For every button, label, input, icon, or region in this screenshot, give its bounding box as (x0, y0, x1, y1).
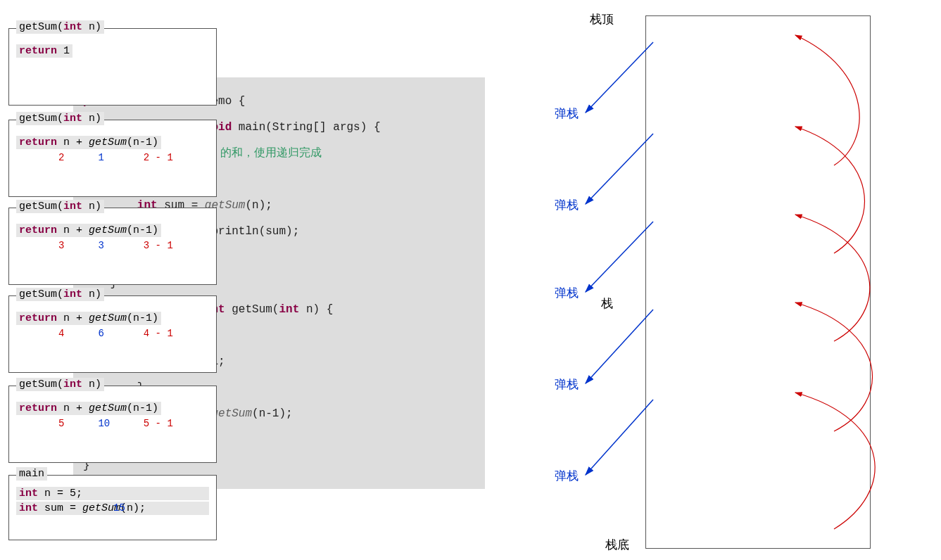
frame-title: getSum(int n) (16, 200, 104, 213)
frame-body: int n = 5; 15 int sum = getSum(n); (9, 476, 216, 519)
frame-body: return n + getSum(n-1) 5 10 5 - 1 (9, 386, 216, 433)
annotation: 5 10 5 - 1 (16, 418, 209, 429)
result-value: 15 (113, 502, 125, 514)
arrow-pop-5 (586, 400, 653, 475)
stack-container (645, 15, 871, 549)
frame-body: return 1 (9, 29, 216, 62)
annotation: 2 1 2 - 1 (16, 152, 209, 163)
arrow-pop-4 (586, 310, 653, 383)
frame-title: getSum(int n) (16, 288, 104, 301)
stack-frame-2: getSum(int n) return n + getSum(n-1) 2 1… (8, 120, 217, 197)
label-stack-bottom: 栈底 (605, 537, 629, 553)
frame-title: getSum(int n) (16, 378, 104, 391)
stack-frame-5: getSum(int n) return n + getSum(n-1) 5 1… (8, 386, 217, 463)
frame-body: return n + getSum(n-1) 3 3 3 - 1 (9, 208, 216, 255)
label-pop-3: 弹栈 (555, 285, 579, 301)
stack-frame-main: main int n = 5; 15 int sum = getSum(n); (8, 475, 217, 540)
frame-body: return n + getSum(n-1) 4 6 4 - 1 (9, 296, 216, 343)
label-pop-2: 弹栈 (555, 197, 579, 213)
stack-frame-4: getSum(int n) return n + getSum(n-1) 4 6… (8, 295, 217, 373)
stack-frame-3: getSum(int n) return n + getSum(n-1) 3 3… (8, 208, 217, 285)
frame-title: getSum(int n) (16, 20, 104, 34)
annotation: 3 3 3 - 1 (16, 240, 209, 251)
frame-title: main (16, 467, 47, 481)
annotation: 4 6 4 - 1 (16, 328, 209, 339)
label-stack-top: 栈顶 (590, 11, 614, 27)
label-pop-4: 弹栈 (555, 376, 579, 393)
stack-frame-1: getSum(int n) return 1 (8, 28, 217, 106)
label-pop-5: 弹栈 (555, 468, 579, 484)
arrow-pop-3 (586, 222, 653, 292)
label-pop-1: 弹栈 (555, 106, 579, 122)
frame-title: getSum(int n) (16, 112, 104, 125)
label-stack-mid: 栈 (601, 295, 613, 312)
frame-body: return n + getSum(n-1) 2 1 2 - 1 (9, 120, 216, 167)
arrow-pop-2 (586, 134, 653, 204)
arrow-pop-1 (586, 42, 653, 113)
